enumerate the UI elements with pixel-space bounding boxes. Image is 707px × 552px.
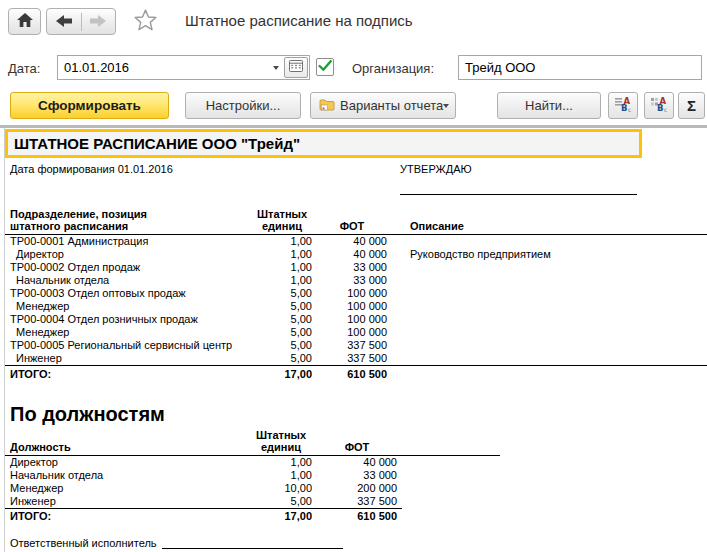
staffing-table-row: ТР00-0001 Администрация 1,00 40 000 <box>5 235 707 249</box>
staffing-table-total-row: ИТОГО: 17,00 610 500 <box>5 366 707 381</box>
cell-units: 1,00 <box>250 469 312 482</box>
date-label: Дата: <box>8 61 40 76</box>
positions-table-row: Инженер 5,00 337 500 <box>5 495 500 509</box>
cell-description <box>392 352 707 366</box>
responsible-label: Ответственный исполнитель <box>10 537 157 549</box>
svg-text:c: c <box>628 106 631 113</box>
staffing-table-row: ТР00-0004 Отдел розничных продаж 5,00 10… <box>5 313 707 326</box>
cell-units: 5,00 <box>252 352 312 366</box>
total-label: ИТОГО: <box>5 366 252 381</box>
col-header-department: Подразделение, позиция штатного расписан… <box>5 208 252 235</box>
svg-text:c: c <box>664 106 667 113</box>
cell-description: Руководство предприятием <box>392 248 707 261</box>
cell-fot: 337 500 <box>312 352 392 366</box>
cell-description <box>392 261 707 274</box>
home-button[interactable] <box>8 8 41 35</box>
cell-department: ТР00-0005 Региональный сервисный центр <box>5 339 252 352</box>
cell-units: 1,00 <box>252 235 312 249</box>
generate-button[interactable]: Сформировать <box>10 92 169 119</box>
cell-units: 1,00 <box>250 455 312 469</box>
cell-units: 5,00 <box>252 300 312 313</box>
staffing-table-header: Подразделение, позиция штатного расписан… <box>5 208 707 235</box>
staffing-table-row: Менеджер 5,00 100 000 <box>5 300 707 313</box>
cell-department: ТР00-0004 Отдел розничных продаж <box>5 313 252 326</box>
back-button[interactable] <box>47 13 81 31</box>
cell-units: 5,00 <box>252 326 312 339</box>
green-checkmark-icon <box>318 60 332 72</box>
cell-department: ТР00-0001 Администрация <box>5 235 252 249</box>
cell-fot: 100 000 <box>312 326 392 339</box>
total-label: ИТОГО: <box>5 508 250 523</box>
cell-fot: 100 000 <box>312 313 392 326</box>
org-checkbox[interactable] <box>316 58 334 76</box>
calendar-button[interactable] <box>284 57 308 78</box>
responsible-signature-line <box>162 538 343 549</box>
favorite-button[interactable] <box>133 10 157 34</box>
expand-groups-abc-icon: A B c <box>614 95 633 116</box>
cell-department: Менеджер <box>5 300 252 313</box>
positions-table-row: Директор 1,00 40 000 <box>5 455 500 469</box>
staffing-table: Подразделение, позиция штатного расписан… <box>5 208 707 381</box>
chevron-down-icon <box>273 66 279 70</box>
expand-groups-button[interactable]: A B c <box>608 92 638 119</box>
cell-description <box>392 313 707 326</box>
cell-fot: 100 000 <box>312 287 392 300</box>
positions-table-total-row: ИТОГО: 17,00 610 500 <box>5 508 500 523</box>
report-variants-label: Варианты отчета <box>340 98 443 113</box>
cell-department: ТР00-0003 Отдел оптовых продаж <box>5 287 252 300</box>
cell-units: 10,00 <box>250 482 312 495</box>
find-button[interactable]: Найти... <box>497 92 601 119</box>
cell-position: Инженер <box>5 495 250 509</box>
cell-units: 5,00 <box>252 313 312 326</box>
cell-position: Начальник отдела <box>5 469 250 482</box>
report-folder-icon <box>319 98 335 114</box>
cell-description <box>392 274 707 287</box>
cell-units: 1,00 <box>252 274 312 287</box>
total-fot: 610 500 <box>312 366 392 381</box>
approve-label: УТВЕРЖДАЮ <box>400 163 472 175</box>
organization-input[interactable]: Трейд ООО <box>458 55 702 80</box>
cell-position: Директор <box>5 455 250 469</box>
cell-description <box>392 339 707 352</box>
forward-button[interactable] <box>81 13 116 31</box>
report-variants-button[interactable]: Варианты отчета <box>310 92 456 119</box>
cell-units: 1,00 <box>252 248 312 261</box>
cell-units: 5,00 <box>252 339 312 352</box>
svg-text:B: B <box>657 103 663 113</box>
col-header-fot: ФОТ <box>312 429 402 456</box>
positions-table: Должность Штатных единиц ФОТ Директор 1,… <box>5 429 500 524</box>
approve-signature-line <box>400 194 637 195</box>
report-spreadsheet: ШТАТНОЕ РАСПИСАНИЕ ООО "Трейд" Дата форм… <box>0 125 707 552</box>
cell-description <box>392 326 707 339</box>
cell-fot: 337 500 <box>312 495 402 509</box>
col-header-position: Должность <box>5 429 250 456</box>
staffing-table-row: ТР00-0003 Отдел оптовых продаж 5,00 100 … <box>5 287 707 300</box>
cell-department: Менеджер <box>5 326 252 339</box>
calendar-icon <box>289 60 303 75</box>
history-nav-group <box>46 8 116 35</box>
cell-units: 1,00 <box>252 261 312 274</box>
col-header-fot: ФОТ <box>312 208 392 235</box>
positions-table-row: Менеджер 10,00 200 000 <box>5 482 500 495</box>
cell-fot: 33 000 <box>312 274 392 287</box>
positions-table-row: Начальник отдела 1,00 33 000 <box>5 469 500 482</box>
cell-department: Начальник отдела <box>5 274 252 287</box>
staffing-table-row: ТР00-0005 Региональный сервисный центр 5… <box>5 339 707 352</box>
cell-department: Директор <box>5 248 252 261</box>
cell-fot: 33 000 <box>312 261 392 274</box>
date-input[interactable]: 01.01.2016 <box>57 55 310 80</box>
cell-units: 5,00 <box>250 495 312 509</box>
staffing-table-row: Директор 1,00 40 000 Руководство предпри… <box>5 248 707 261</box>
collapse-groups-button[interactable]: A B c <box>644 92 674 119</box>
svg-text:B: B <box>621 103 627 113</box>
date-value: 01.01.2016 <box>64 60 129 75</box>
sum-sigma-button[interactable]: Σ <box>678 92 705 119</box>
settings-button[interactable]: Настройки... <box>185 92 301 119</box>
cell-fot: 100 000 <box>312 300 392 313</box>
home-icon <box>17 13 33 31</box>
date-dropdown-button[interactable] <box>268 66 284 70</box>
report-title-cell-selected[interactable]: ШТАТНОЕ РАСПИСАНИЕ ООО "Трейд" <box>5 129 642 158</box>
col-header-description: Описание <box>392 208 707 235</box>
cell-fot: 40 000 <box>312 455 402 469</box>
formation-date-text: Дата формирования 01.01.2016 <box>10 163 173 175</box>
